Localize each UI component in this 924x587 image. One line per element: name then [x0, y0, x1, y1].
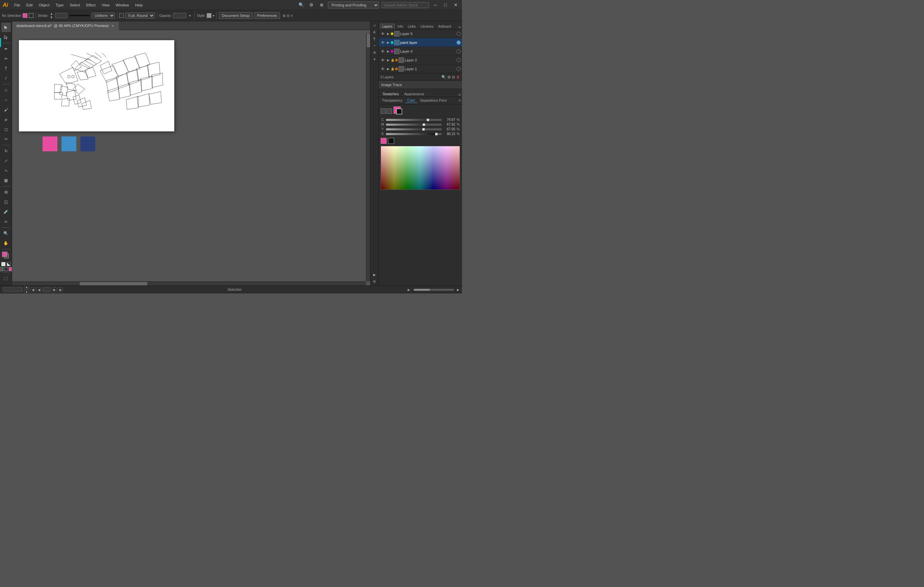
tab-layers[interactable]: Layers — [380, 24, 395, 29]
scroll-thumb-h[interactable] — [80, 282, 147, 285]
m-slider-container[interactable] — [386, 124, 442, 125]
blob-brush-tool-btn[interactable]: ⌀ — [2, 115, 11, 124]
warp-tool-btn[interactable]: ∿ — [2, 166, 11, 175]
layer-1-target[interactable] — [457, 67, 460, 71]
brush-size-select[interactable]: 5 pt. Round — [125, 13, 155, 18]
paintbrush-tool-btn[interactable]: 🖌 — [2, 105, 11, 114]
canvas-scrollbar-horizontal[interactable] — [12, 281, 366, 285]
transparency-tab[interactable]: Transparency — [380, 98, 404, 103]
mode-selector[interactable]: Printing and Proofing — [328, 2, 379, 8]
layer-4-visibility-icon[interactable]: 👁 — [380, 49, 385, 54]
opacity-options-icon[interactable]: ▾ — [188, 13, 193, 18]
layer-4-target[interactable] — [457, 49, 460, 53]
cmyk-fill-preview[interactable] — [381, 138, 387, 144]
stroke-type-select[interactable]: Uniform — [92, 13, 115, 18]
stock-search-input[interactable] — [382, 2, 429, 8]
layer-4-row[interactable]: 👁 ▶ Layer 4 — [379, 47, 462, 56]
stroke-arrow-icon[interactable]: ▲▼ — [50, 12, 53, 19]
normal-color-icon[interactable] — [2, 262, 5, 266]
new-layer-icon[interactable]: ⊞ — [447, 75, 450, 79]
eraser-tool-btn[interactable]: ◻ — [2, 125, 11, 134]
menu-view[interactable]: View — [99, 2, 112, 8]
no-color-icon[interactable] — [7, 262, 11, 266]
fill-color-box[interactable] — [23, 13, 27, 18]
screen-mode-1-icon[interactable] — [0, 267, 3, 271]
document-tab[interactable]: skateboard-stencil.ai* @ 40.44% (CMYK/GP… — [12, 21, 119, 30]
search-layers-icon[interactable]: 🔍 — [441, 75, 446, 79]
cmyk-stroke-preview[interactable] — [388, 138, 394, 144]
y-slider-container[interactable] — [386, 129, 442, 130]
brush-color-box[interactable] — [119, 13, 124, 18]
opacity-input[interactable]: 100% — [173, 13, 186, 18]
preferences-button[interactable]: Preferences — [254, 12, 280, 19]
type-tool-icon[interactable]: A — [372, 30, 377, 35]
color-gradient-picker[interactable] — [381, 146, 460, 190]
stroke-value-input[interactable]: 1 pt — [55, 13, 67, 18]
layer-2-expand-icon[interactable]: ▶ — [386, 58, 390, 62]
ellipse-tool-btn[interactable]: ○ — [2, 95, 11, 105]
menu-edit[interactable]: Edit — [24, 2, 35, 8]
zoom-tool-btn[interactable]: 🔍 — [2, 229, 11, 238]
m-thumb[interactable] — [422, 123, 425, 126]
layer-1-row[interactable]: 👁 ▶ 🔒 Layer 1 — [379, 64, 462, 73]
color-panel-options-icon[interactable]: ≡ — [459, 99, 460, 102]
paint-layer-expand-icon[interactable]: ▶ — [386, 41, 390, 45]
appearance-tab[interactable]: Appearance — [401, 91, 427, 97]
stroke-indicator[interactable] — [4, 254, 9, 258]
style-dropdown-icon[interactable]: ▾ — [213, 14, 214, 18]
delete-layer-icon[interactable]: 🗑 — [456, 75, 460, 79]
rectangle-tool-btn[interactable]: □ — [2, 86, 11, 95]
menu-help[interactable]: Help — [132, 2, 145, 8]
minimize-icon[interactable]: ─ — [432, 2, 439, 9]
pink-sample[interactable] — [43, 137, 58, 151]
document-setup-button[interactable]: Document Setup — [219, 12, 252, 19]
stroke-color-box[interactable] — [29, 13, 33, 18]
canvas-scrollbar-vertical[interactable] — [366, 33, 370, 281]
artboard[interactable] — [19, 40, 174, 131]
line-tool-btn[interactable]: / — [2, 74, 11, 83]
status-progress-bar[interactable] — [414, 289, 454, 291]
layer-1-visibility-icon[interactable]: 👁 — [380, 66, 385, 72]
layer-1-expand-icon[interactable]: ▶ — [386, 67, 390, 71]
blue-sample[interactable] — [61, 137, 76, 151]
close-icon[interactable]: ✕ — [452, 2, 459, 9]
color-tab[interactable]: Color — [405, 98, 417, 103]
layer-5-target[interactable] — [457, 32, 460, 36]
menu-select[interactable]: Select — [67, 2, 83, 8]
swatches-tab[interactable]: Swatches — [380, 91, 401, 97]
zoom-down-btn[interactable]: ▼ — [24, 290, 29, 294]
menu-effect[interactable]: Effect — [83, 2, 98, 8]
menu-file[interactable]: File — [12, 2, 23, 8]
eyedropper-tool-btn[interactable]: 💉 — [2, 207, 11, 216]
stroke-swatch[interactable] — [396, 109, 402, 114]
style-preview[interactable] — [207, 13, 211, 18]
paragraph-icon[interactable]: ¶ — [372, 36, 377, 41]
prev-btn[interactable]: ◀ — [36, 287, 41, 292]
swatches-panel-options-icon[interactable]: ≡ — [459, 93, 460, 97]
tab-artboard[interactable]: Artboard — [436, 24, 453, 29]
layer-2-row[interactable]: 👁 ▶ 🔒 Layer 2 — [379, 56, 462, 64]
page-input[interactable]: 1 — [43, 287, 51, 292]
glyph-icon[interactable]: ᵒ — [372, 43, 377, 48]
settings-icon[interactable]: ⚙ — [372, 279, 377, 284]
pen-tool-btn[interactable]: ✒ — [2, 44, 11, 54]
arrange-icon[interactable]: ⊞ — [283, 14, 285, 18]
transform-icon[interactable]: ✦ — [372, 56, 377, 62]
status-play-icon[interactable]: ▶ — [406, 287, 411, 292]
more-options-icon[interactable]: ≡ — [291, 14, 293, 18]
separations-tab[interactable]: Separations Previ — [418, 98, 449, 103]
search-icon[interactable]: 🔍 — [297, 2, 305, 9]
layer-2-visibility-icon[interactable]: 👁 — [380, 58, 385, 63]
move-to-layer-icon[interactable]: ⊟ — [452, 75, 455, 79]
menu-window[interactable]: Window — [113, 2, 132, 8]
screen-mode-3-icon[interactable] — [9, 267, 13, 271]
paint-layer-target[interactable] — [457, 41, 460, 45]
collapse-panel-icon[interactable]: ◁ — [372, 23, 377, 28]
tab-close-btn[interactable]: ✕ — [111, 24, 115, 28]
panel-options-icon[interactable]: ≡ — [459, 25, 460, 29]
next-btn[interactable]: ▶ — [52, 287, 57, 292]
zoom-up-btn[interactable]: ▲ — [24, 285, 29, 289]
layer-4-expand-icon[interactable]: ▶ — [386, 49, 390, 53]
canvas-viewport[interactable] — [12, 33, 366, 281]
tab-info[interactable]: Info — [396, 24, 405, 29]
